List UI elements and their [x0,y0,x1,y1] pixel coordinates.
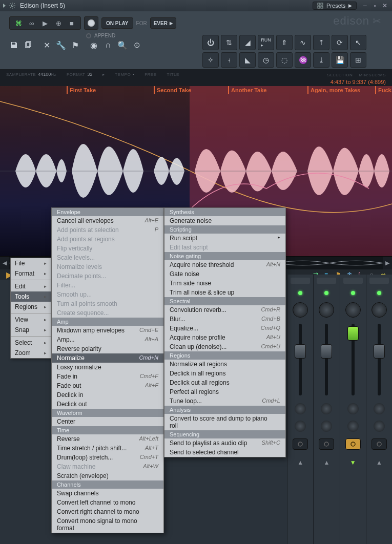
flag-icon[interactable]: ⚑ [71,40,80,50]
drop-icon[interactable]: ◌ [276,52,293,68]
menu-item[interactable]: Generate noise [164,216,285,225]
collapse-icon[interactable] [3,4,6,8]
menu-item[interactable]: Fade inCmd+F [52,372,163,381]
region-marker[interactable]: Again, more Takes [307,86,362,94]
menu-item[interactable]: Center [52,417,163,426]
fader-track[interactable] [325,324,328,395]
beat-icon[interactable]: ⫞ [221,52,237,68]
main-menu-item-edit[interactable]: Edit▸ [11,281,51,291]
region-marker[interactable]: Fuck.. [375,86,392,94]
link-icon[interactable]: ⌘ [14,18,23,28]
menu-item[interactable]: Convert mono signal to mono format [52,516,163,533]
menu-item[interactable]: Mixdown amp envelopesCmd+E [52,326,163,335]
settings-gear-icon[interactable] [9,2,16,9]
eye-icon[interactable]: ◉ [89,40,98,50]
menu-item[interactable]: Convert left channel to mono [52,498,163,507]
fade-out-icon[interactable]: ◢ [239,35,256,50]
menu-item[interactable]: Gate noise [164,269,285,279]
arrow-down-icon[interactable]: ▼ [350,459,356,466]
zoom-all-icon[interactable]: ⊙ [132,40,141,50]
main-menu-item-snap[interactable]: Snap▸ [11,325,51,335]
scroll-left-icon[interactable]: ◀ [0,257,9,269]
route-button[interactable] [319,438,334,450]
send-knob[interactable] [374,403,385,414]
menu-item[interactable]: Convert to score and dump to piano roll [164,414,285,430]
fade-in-icon[interactable]: ◣ [239,52,256,68]
menu-item[interactable]: Trim side noise [164,279,285,288]
pan-knob[interactable] [345,302,361,318]
menu-item[interactable]: Acquire noise profileAlt+U [164,333,285,342]
fader-track[interactable] [299,324,302,395]
menu-item[interactable]: Scratch (envelope) [52,471,163,480]
menu-item[interactable]: Blur...Cmd+B [164,315,285,324]
menu-item[interactable]: Convolution reverb...Cmd+R [164,305,285,315]
arrow-up-icon[interactable]: ▲ [323,459,329,466]
fader-track[interactable] [378,324,381,395]
menu-item[interactable]: Clean up (denoise)...Cmd+U [164,342,285,351]
rocket-icon[interactable]: ⇑ [276,35,293,50]
save-icon[interactable] [9,40,18,50]
loop-icon[interactable]: ∞ [27,18,36,28]
power-icon[interactable]: ⏻ [202,35,219,50]
send-knob[interactable] [295,421,306,432]
menu-item[interactable]: Send to playlist as audio clipShift+C [164,438,285,448]
pan-knob[interactable] [319,302,334,318]
menu-item[interactable]: Equalize...Cmd+Q [164,324,285,333]
slice-icon[interactable]: ✧ [202,52,219,68]
track-label[interactable] [291,278,310,284]
fader-track[interactable] [352,324,355,395]
pan-knob[interactable] [293,302,308,318]
wave-icon[interactable]: ∿ [295,35,311,50]
menu-item[interactable]: Acquire noise thresholdAlt+N [164,260,285,269]
send-icon[interactable]: ⊞ [350,52,366,68]
copy-icon[interactable] [24,40,33,50]
stop-icon[interactable]: ■ [67,18,76,28]
menu-item[interactable]: Normalize all regions [164,360,285,369]
crossed-tools-icon[interactable]: ✕ [42,40,51,50]
presets-button[interactable]: Presets ▶ [313,2,357,10]
play-loop-icon[interactable]: ⊕ [54,18,63,28]
main-menu-item-select[interactable]: Select▸ [11,338,51,348]
arrow-up-icon[interactable]: ▲ [297,459,303,466]
route-button[interactable] [372,438,387,450]
save-disk-icon[interactable]: 💾 [332,52,348,68]
track-led-icon[interactable] [298,291,302,295]
menu-item[interactable]: Lossy normalize [52,363,163,372]
send-knob[interactable] [374,421,385,432]
track-led-icon[interactable] [377,291,381,295]
track-led-icon[interactable] [351,291,355,295]
menu-item[interactable]: NormalizeCmd+N [52,353,163,363]
send-knob[interactable] [321,403,332,414]
cursor-icon[interactable]: ↖ [350,35,366,50]
menu-item[interactable]: Time stretch / pitch shift...Alt+T [52,444,163,453]
menu-item[interactable]: Declick out [52,400,163,409]
send-knob[interactable] [347,421,359,432]
menu-item[interactable]: Reverse polarity [52,344,163,353]
zoom-icon[interactable]: 🔍 [118,40,127,50]
record-pill[interactable] [84,16,98,30]
main-menu-item-tools[interactable]: Tools▸ [11,291,51,302]
refresh-icon[interactable]: ⟳ [332,35,348,50]
menu-item[interactable]: Convert right channel to mono [52,507,163,516]
region-marker[interactable]: First Take [67,86,98,94]
main-menu-item-regions[interactable]: Regions▸ [11,302,51,312]
on-play-button[interactable]: ON PLAY [101,17,133,29]
clock-icon[interactable]: ◷ [258,52,274,68]
headphones-icon[interactable]: ∩ [104,40,113,50]
menu-item[interactable]: Swap channels [52,489,163,498]
menu-item[interactable]: Declick in [52,390,163,400]
region-marker[interactable]: Second Take [154,86,193,94]
menu-item[interactable]: Declick in all regions [164,369,285,378]
send-knob[interactable] [295,403,306,414]
append-radio[interactable] [86,33,91,38]
run-icon[interactable]: RUN▸ [258,35,274,50]
route-button[interactable] [293,438,308,450]
menu-item[interactable]: Tune loop...Cmd+L [164,396,285,406]
send-knob[interactable] [347,403,359,414]
scroll-right-icon[interactable]: ▶ [383,257,392,269]
close-icon[interactable]: ✕ [381,2,389,9]
route-button[interactable] [345,438,361,450]
import-icon[interactable]: ⤒ [313,35,329,50]
menu-item[interactable]: ReverseAlt+Left [52,434,163,444]
main-menu-item-file[interactable]: File▸ [11,258,51,268]
